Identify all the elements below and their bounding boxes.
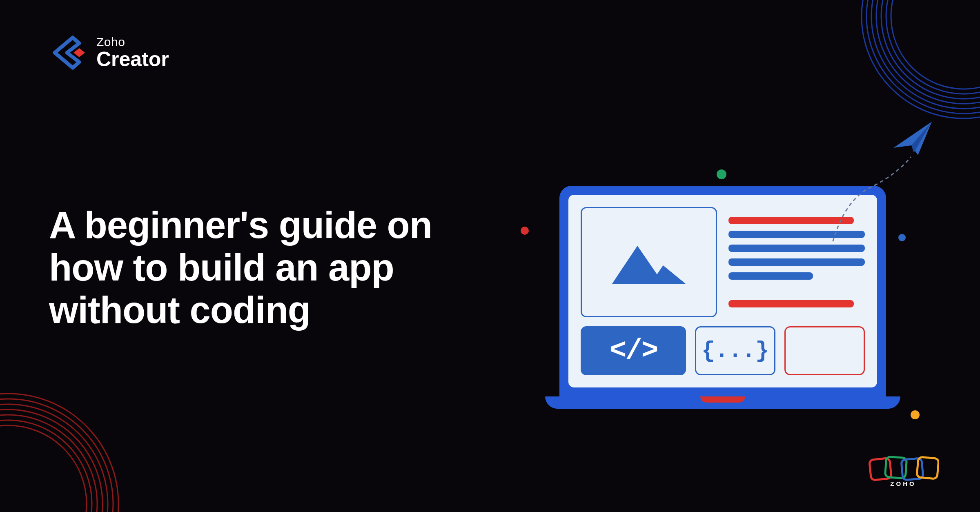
zoho-footer-text: ZOHO xyxy=(890,480,916,487)
text-line xyxy=(728,258,865,266)
zoho-footer-logo: ZOHO xyxy=(868,453,939,490)
empty-card xyxy=(784,326,865,375)
decorative-dot-red xyxy=(521,227,529,235)
code-tag-card: </> xyxy=(581,326,686,375)
laptop-base xyxy=(545,396,900,409)
decorative-arc-bottom xyxy=(0,390,122,512)
decorative-dot-yellow xyxy=(911,410,920,419)
spacer xyxy=(728,286,865,294)
json-tag-card: {...} xyxy=(695,326,775,375)
svg-point-2 xyxy=(871,0,980,109)
svg-point-0 xyxy=(862,0,980,118)
text-line xyxy=(728,272,813,280)
svg-point-6 xyxy=(891,0,980,89)
decorative-dot-green xyxy=(717,169,726,179)
brand-name-top: Zoho xyxy=(96,36,169,48)
plane-trail xyxy=(829,151,923,245)
svg-point-4 xyxy=(881,0,980,99)
svg-point-12 xyxy=(0,420,92,512)
creator-logo-icon xyxy=(49,33,89,73)
text-line xyxy=(728,300,854,307)
svg-point-10 xyxy=(0,410,102,512)
svg-point-1 xyxy=(866,0,980,114)
svg-point-7 xyxy=(0,394,118,512)
laptop-indent xyxy=(700,396,745,403)
mountain-icon xyxy=(608,237,690,288)
brand-logo: Zoho Creator xyxy=(49,33,169,73)
brand-name-bottom: Creator xyxy=(96,49,169,69)
decorative-arc-top xyxy=(858,0,980,122)
page-headline: A beginner's guide on how to build an ap… xyxy=(49,204,498,332)
svg-point-13 xyxy=(0,425,87,512)
image-placeholder-card xyxy=(581,207,717,317)
svg-point-5 xyxy=(886,0,980,94)
text-line xyxy=(728,245,865,252)
